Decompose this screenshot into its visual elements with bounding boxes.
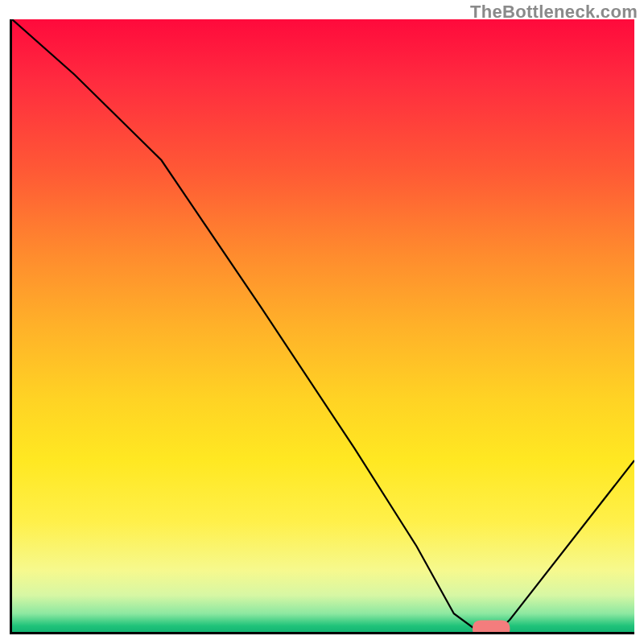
bottleneck-curve [12, 19, 634, 632]
plot-area [10, 19, 634, 634]
watermark-text: TheBottleneck.com [470, 2, 638, 23]
optimal-marker [473, 621, 510, 632]
chart-container: TheBottleneck.com [0, 0, 644, 644]
curve-layer [12, 19, 634, 632]
